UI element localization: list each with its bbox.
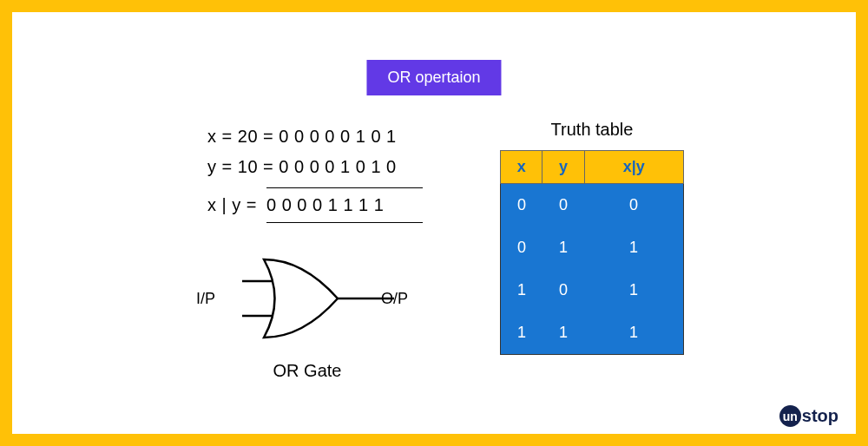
equation-result: x | y = 0 0 0 0 1 1 1 1 xyxy=(266,187,423,223)
or-gate-icon xyxy=(207,246,407,351)
truth-table-title: Truth table xyxy=(500,120,684,140)
equation-x: x = 20 = 0 0 0 0 0 1 0 1 xyxy=(207,127,423,147)
or-gate-diagram: I/P O/P OR Gate xyxy=(186,246,429,381)
header-y: y xyxy=(542,151,584,184)
output-label: O/P xyxy=(381,290,408,308)
title-badge: OR opertaion xyxy=(366,60,501,95)
table-row: 1 0 1 xyxy=(501,269,684,312)
header-x: x xyxy=(501,151,542,184)
table-row: 1 1 1 xyxy=(501,312,684,355)
unstop-logo: unstop xyxy=(779,405,838,427)
truth-table-container: Truth table x y x|y 0 0 0 0 1 1 1 0 1 xyxy=(500,120,684,355)
truth-table: x y x|y 0 0 0 0 1 1 1 0 1 1 1 xyxy=(500,150,684,355)
logo-circle: un xyxy=(779,405,801,427)
equation-y: y = 10 = 0 0 0 0 1 0 1 0 xyxy=(207,157,423,177)
logo-text: stop xyxy=(802,406,838,426)
result-label: x | y = xyxy=(207,195,257,215)
input-label: I/P xyxy=(196,290,215,308)
table-row: 0 0 0 xyxy=(501,184,684,227)
table-row: 0 1 1 xyxy=(501,226,684,269)
result-value: 0 0 0 0 1 1 1 1 xyxy=(266,195,384,214)
equations-block: x = 20 = 0 0 0 0 0 1 0 1 y = 10 = 0 0 0 … xyxy=(207,127,423,233)
header-xy: x|y xyxy=(584,151,683,184)
gate-caption: OR Gate xyxy=(186,361,429,381)
